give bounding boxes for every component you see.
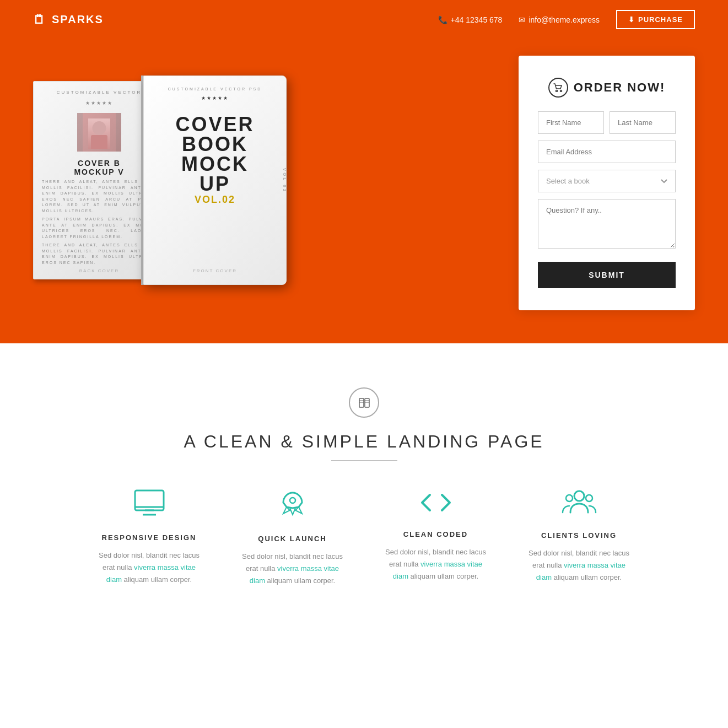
- svg-point-12: [290, 498, 295, 503]
- books-container: CUSTOMIZABLE VECTOR ★★★★★ COVER BMOCKUP …: [33, 64, 298, 301]
- rocket-icon: [238, 488, 348, 525]
- svg-rect-3: [365, 398, 369, 407]
- launch-desc: Sed dolor nisl, blandit nec lacus erat n…: [238, 551, 348, 587]
- email-row: [538, 141, 676, 163]
- svg-point-14: [566, 495, 573, 501]
- section-divider: [331, 460, 397, 461]
- textarea-row: [538, 199, 676, 251]
- navbar: 🗒 SPARKS 📞 +44 12345 678 ✉ info@theme.ex…: [0, 0, 728, 39]
- hero-content: CUSTOMIZABLE VECTOR ★★★★★ COVER BMOCKUP …: [0, 39, 728, 343]
- clients-link[interactable]: viverra massa vitae diam: [536, 561, 625, 581]
- logo-icon: 🗒: [33, 13, 46, 27]
- back-text1: There and aleat, antes ells erat mollis …: [42, 179, 157, 214]
- clients-desc: Sed dolor nisl, blandit nec lacus erat n…: [524, 547, 634, 584]
- back-image: [77, 113, 121, 152]
- feature-coded: CLEAN CODED Sed dolor nisl, blandit nec …: [381, 488, 491, 587]
- features-section: A CLEAN & SIMPLE LANDING PAGE RESPONSIVE…: [0, 343, 728, 631]
- feature-launch: QUICK LAUNCH Sed dolor nisl, blandit nec…: [238, 488, 348, 587]
- order-title-text: ORDER NOW!: [574, 80, 666, 95]
- coded-desc: Sed dolor nisl, blandit nec lacus erat n…: [381, 546, 491, 583]
- phone-icon: 📞: [438, 15, 447, 24]
- purchase-label: PURCHASE: [638, 15, 683, 24]
- back-cover-label: BACK COVER: [42, 268, 157, 273]
- select-row: Select a book Book 1 Book 2 Book 3: [538, 170, 676, 192]
- logo: 🗒 SPARKS: [33, 13, 104, 27]
- monitor-icon: [94, 488, 204, 524]
- coded-title: CLEAN CODED: [381, 530, 491, 538]
- vol-sidebar: VOL 02: [283, 168, 288, 192]
- order-title: ORDER NOW!: [538, 78, 676, 98]
- purchase-button[interactable]: ⬇ PURCHASE: [616, 10, 695, 29]
- section-icon-circle: [349, 387, 379, 418]
- svg-point-0: [556, 90, 557, 92]
- order-form-card: ORDER NOW! Select a book Book 1 Book 2 B…: [519, 56, 695, 310]
- section-title: A CLEAN & SIMPLE LANDING PAGE: [33, 432, 695, 452]
- back-stars: ★★★★★: [42, 100, 157, 106]
- email-icon: ✉: [519, 15, 525, 24]
- book-front: CUSTOMIZABLE VECTOR PSD ★★★★★ COVERBOOKM…: [143, 76, 287, 285]
- back-customizable: CUSTOMIZABLE VECTOR: [42, 90, 157, 95]
- front-vol: VOL.02: [195, 194, 235, 206]
- svg-point-1: [560, 90, 562, 92]
- back-text2: Porta ipsum maurs eras. Pulvinar ante at…: [42, 217, 157, 240]
- front-cover-label: FRONT COVER: [193, 268, 237, 273]
- feature-clients: CLIENTS LOVING Sed dolor nisl, blandit n…: [524, 488, 634, 587]
- back-text3: There and aleat, antes ells erat mollis …: [42, 242, 157, 266]
- cart-icon-circle: [548, 78, 568, 98]
- feature-responsive: RESPONSIVE DESIGN Sed dolor nisl, blandi…: [94, 488, 204, 587]
- coded-link[interactable]: viverra massa vitae diam: [393, 560, 482, 580]
- book-select[interactable]: Select a book Book 1 Book 2 Book 3: [538, 170, 676, 192]
- clients-title: CLIENTS LOVING: [524, 531, 634, 540]
- launch-title: QUICK LAUNCH: [238, 535, 348, 543]
- name-row: [538, 111, 676, 134]
- launch-link[interactable]: viverra massa vitae diam: [250, 564, 339, 585]
- purchase-icon: ⬇: [628, 15, 635, 24]
- svg-rect-2: [359, 398, 364, 407]
- section-book-icon: [358, 397, 370, 408]
- responsive-desc: Sed dolor nisl, blandit nec lacus erat n…: [94, 549, 204, 586]
- logo-text: SPARKS: [52, 13, 104, 26]
- email-input[interactable]: [538, 141, 676, 163]
- last-name-input[interactable]: [610, 111, 676, 134]
- svg-point-15: [586, 495, 592, 501]
- people-icon: [524, 488, 634, 521]
- cart-icon: [553, 83, 563, 92]
- phone-contact: 📞 +44 12345 678: [438, 15, 503, 24]
- code-icon: [381, 488, 491, 520]
- front-customizable: CUSTOMIZABLE VECTOR PSD: [168, 87, 262, 91]
- email-contact: ✉ info@theme.express: [519, 15, 600, 24]
- submit-button[interactable]: SUBMIT: [538, 262, 676, 288]
- svg-point-13: [574, 491, 584, 501]
- question-textarea[interactable]: [538, 199, 676, 249]
- nav-right: 📞 +44 12345 678 ✉ info@theme.express ⬇ P…: [438, 10, 695, 29]
- front-stars: ★★★★★: [201, 95, 229, 101]
- first-name-input[interactable]: [538, 111, 604, 134]
- hero-section: 🗒 SPARKS 📞 +44 12345 678 ✉ info@theme.ex…: [0, 0, 728, 343]
- front-title: COVERBOOKMOCKUP: [175, 115, 254, 194]
- responsive-title: RESPONSIVE DESIGN: [94, 533, 204, 542]
- responsive-link[interactable]: viverra massa vitae diam: [106, 563, 196, 584]
- features-grid: RESPONSIVE DESIGN Sed dolor nisl, blandi…: [33, 488, 695, 587]
- phone-number: +44 12345 678: [451, 15, 503, 24]
- email-address: info@theme.express: [529, 15, 600, 24]
- back-title: COVER BMOCKUP V: [42, 159, 157, 176]
